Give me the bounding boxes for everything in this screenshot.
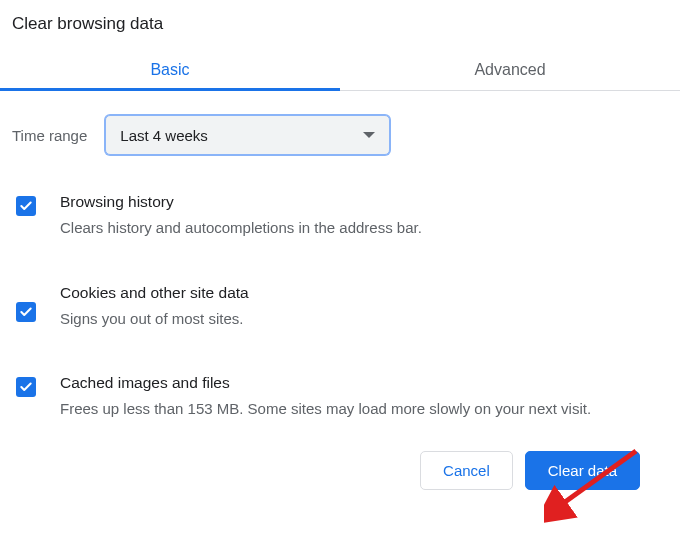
check-icon — [19, 199, 33, 213]
option-texts: Cookies and other site data Signs you ou… — [60, 284, 668, 331]
option-description: Frees up less than 153 MB. Some sites ma… — [60, 398, 668, 421]
option-cookies: Cookies and other site data Signs you ou… — [12, 284, 668, 331]
check-icon — [19, 305, 33, 319]
checkbox-browsing-history[interactable] — [16, 196, 36, 216]
cancel-button[interactable]: Cancel — [420, 451, 513, 490]
dialog-body: Time range Last 4 weeks Browsing history… — [0, 91, 680, 451]
option-browsing-history: Browsing history Clears history and auto… — [12, 193, 668, 240]
option-title: Browsing history — [60, 193, 668, 211]
option-description: Clears history and autocompletions in th… — [60, 217, 668, 240]
chevron-down-icon — [363, 132, 375, 138]
option-title: Cookies and other site data — [60, 284, 668, 302]
check-icon — [19, 380, 33, 394]
clear-data-button[interactable]: Clear data — [525, 451, 640, 490]
clear-browsing-data-dialog: Clear browsing data Basic Advanced Time … — [0, 0, 680, 508]
dialog-actions: Cancel Clear data — [0, 451, 680, 508]
tab-basic[interactable]: Basic — [0, 52, 340, 90]
tabs: Basic Advanced — [0, 52, 680, 91]
time-range-row: Time range Last 4 weeks — [12, 115, 668, 155]
option-title: Cached images and files — [60, 374, 668, 392]
checkbox-cookies[interactable] — [16, 302, 36, 322]
checkbox-cache[interactable] — [16, 377, 36, 397]
dialog-title: Clear browsing data — [0, 0, 680, 52]
tab-advanced[interactable]: Advanced — [340, 52, 680, 90]
option-cache: Cached images and files Frees up less th… — [12, 374, 668, 421]
option-description: Signs you out of most sites. — [60, 308, 668, 331]
option-texts: Cached images and files Frees up less th… — [60, 374, 668, 421]
time-range-select[interactable]: Last 4 weeks — [105, 115, 390, 155]
time-range-value: Last 4 weeks — [120, 127, 208, 144]
time-range-label: Time range — [12, 127, 87, 144]
option-texts: Browsing history Clears history and auto… — [60, 193, 668, 240]
